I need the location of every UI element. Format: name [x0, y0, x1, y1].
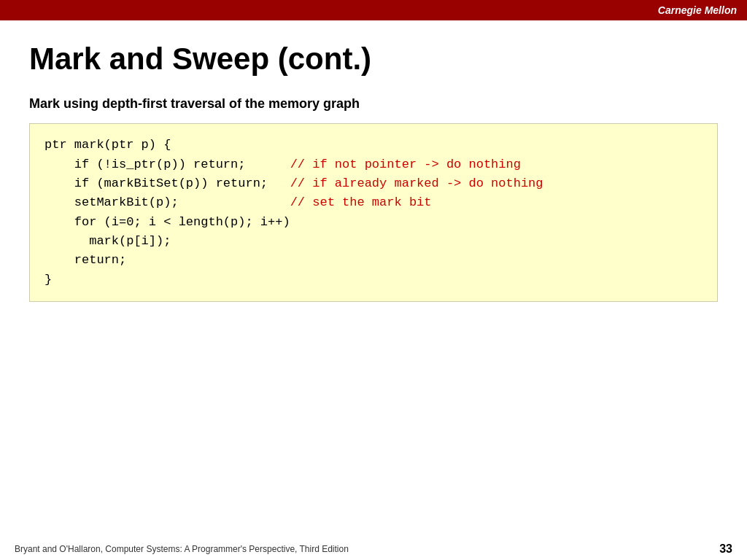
code-comment-2: // if not pointer -> do nothing — [290, 155, 521, 174]
code-line-3: if (markBitSet(p)) return; // if already… — [44, 174, 703, 193]
code-left-1: ptr mark(ptr p) { — [44, 136, 171, 155]
code-left-3: if (markBitSet(p)) return; — [44, 174, 290, 193]
code-left-6: mark(p[i]); — [44, 232, 171, 251]
top-banner: Carnegie Mellon — [0, 0, 747, 20]
code-line-6: mark(p[i]); — [44, 232, 703, 251]
code-left-2: if (!is_ptr(p)) return; — [44, 155, 290, 174]
main-content: Mark and Sweep (cont.) Mark using depth-… — [0, 20, 747, 538]
code-line-2: if (!is_ptr(p)) return; // if not pointe… — [44, 155, 703, 174]
code-comment-4: // set the mark bit — [290, 193, 432, 212]
code-line-8: } — [44, 271, 703, 289]
footer-page-number: 33 — [719, 542, 732, 556]
code-left-8: } — [44, 271, 52, 289]
slide-subtitle: Mark using depth-first traversal of the … — [29, 96, 718, 112]
code-block: ptr mark(ptr p) { if (!is_ptr(p)) return… — [29, 123, 718, 302]
footer: Bryant and O'Hallaron, Computer Systems:… — [0, 538, 747, 560]
slide-title: Mark and Sweep (cont.) — [29, 42, 718, 76]
code-line-5: for (i=0; i < length(p); i++) — [44, 213, 703, 232]
code-comment-3: // if already marked -> do nothing — [290, 174, 543, 193]
code-line-4: setMarkBit(p); // set the mark bit — [44, 193, 703, 212]
code-left-7: return; — [44, 251, 126, 270]
code-left-5: for (i=0; i < length(p); i++) — [44, 213, 290, 232]
code-line-1: ptr mark(ptr p) { — [44, 136, 703, 155]
carnegie-mellon-logo: Carnegie Mellon — [658, 4, 737, 16]
footer-citation: Bryant and O'Hallaron, Computer Systems:… — [15, 544, 349, 554]
code-left-4: setMarkBit(p); — [44, 193, 290, 212]
code-line-7: return; — [44, 251, 703, 270]
